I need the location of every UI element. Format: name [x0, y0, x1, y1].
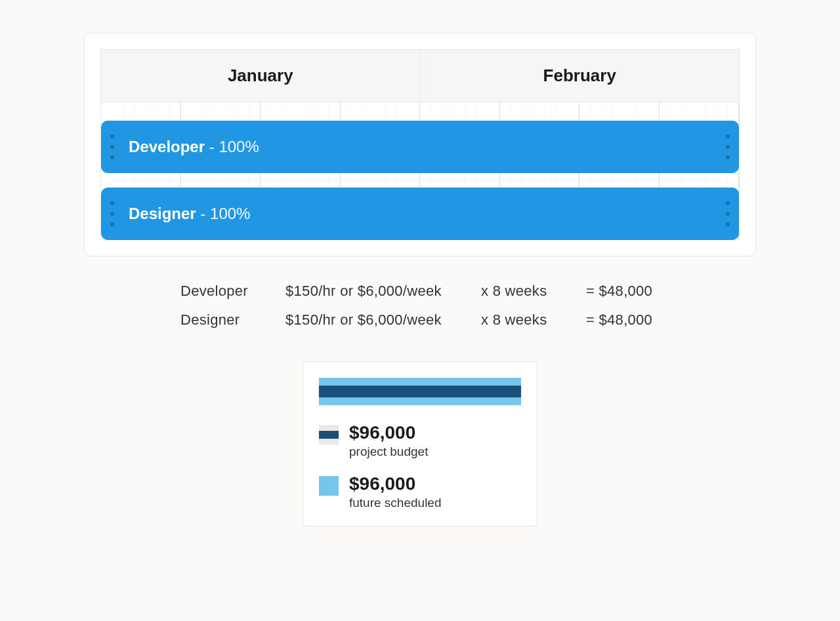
- schedule-bar-alloc: - 100%: [205, 138, 259, 155]
- budget-label: future scheduled: [349, 496, 442, 510]
- drag-handle-right-icon[interactable]: [726, 201, 730, 226]
- swatch-project-budget-icon: [319, 425, 339, 445]
- cost-table: Developer $150/hr or $6,000/week x 8 wee…: [180, 283, 660, 329]
- cost-weeks: x 8 weeks: [481, 283, 555, 300]
- budget-item-future: $96,000 future scheduled: [319, 473, 521, 510]
- cost-role: Designer: [180, 311, 254, 329]
- budget-bar: [319, 378, 521, 405]
- cost-total: = $48,000: [586, 283, 660, 300]
- cost-row: Designer $150/hr or $6,000/week x 8 week…: [180, 311, 660, 329]
- cost-weeks: x 8 weeks: [481, 311, 555, 329]
- schedule-card: January February Developer - 100% Design…: [84, 33, 756, 256]
- drag-handle-left-icon[interactable]: [110, 201, 114, 226]
- schedule-bar-developer[interactable]: Developer - 100%: [101, 121, 739, 173]
- cost-rate: $150/hr or $6,000/week: [285, 311, 450, 329]
- budget-label: project budget: [349, 445, 428, 459]
- budget-item-project: $96,000 project budget: [319, 422, 521, 459]
- month-february: February: [421, 50, 740, 102]
- schedule-bar-role: Designer: [129, 205, 196, 222]
- cost-rate: $150/hr or $6,000/week: [285, 283, 450, 300]
- swatch-future-scheduled-icon: [319, 476, 339, 496]
- schedule-bar-designer[interactable]: Designer - 100%: [101, 188, 739, 240]
- budget-card: $96,000 project budget $96,000 future sc…: [303, 361, 537, 527]
- month-january: January: [101, 50, 421, 102]
- cost-role: Developer: [180, 283, 254, 300]
- drag-handle-right-icon[interactable]: [726, 134, 730, 159]
- cost-total: = $48,000: [586, 311, 660, 329]
- schedule-bar-alloc: - 100%: [196, 205, 251, 222]
- budget-amount: $96,000: [349, 422, 428, 443]
- drag-handle-left-icon[interactable]: [110, 134, 114, 159]
- schedule-bar-role: Developer: [129, 138, 205, 155]
- cost-row: Developer $150/hr or $6,000/week x 8 wee…: [180, 283, 660, 300]
- month-header: January February: [100, 49, 740, 102]
- budget-bar-fill: [319, 386, 521, 397]
- schedule-grid: Developer - 100% Designer - 100%: [100, 102, 740, 240]
- budget-amount: $96,000: [349, 473, 442, 494]
